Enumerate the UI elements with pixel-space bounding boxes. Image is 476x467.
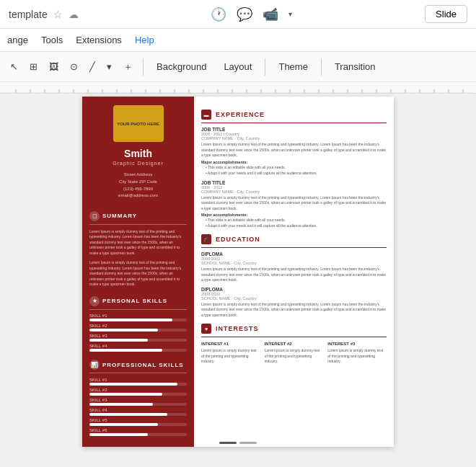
toolbar-separator-2 bbox=[265, 58, 265, 76]
job-entry-1: JOB TITLE 2006 - 2012 | Country COMPANY … bbox=[201, 127, 387, 176]
svg-rect-0 bbox=[1, 82, 475, 94]
menu-tools[interactable]: Tools bbox=[41, 35, 63, 45]
menu-bar: ange Tools Extensions Help bbox=[0, 29, 476, 52]
toolbar: ↖ ⊞ 🖼 ⊙ ╱ ▾ ＋ Background Layout Theme Tr… bbox=[0, 52, 476, 82]
pro-skills-title: PROFESSIONAL SKILLS bbox=[102, 362, 184, 368]
interests-grid: INTEREST #1 Lorem ipsum is simply dummy … bbox=[201, 341, 387, 365]
pro-skills-divider bbox=[89, 373, 187, 373]
interests-icon: ♥ bbox=[201, 324, 211, 334]
interest-title-2: INTEREST #2 bbox=[265, 341, 324, 347]
interest-1: INTEREST #1 Lorem ipsum is simply dummy … bbox=[201, 341, 260, 365]
interests-header: ♥ INTERESTS bbox=[201, 324, 387, 334]
template-title: template bbox=[9, 9, 48, 20]
experience-divider bbox=[201, 123, 387, 123]
line-icon: ╱ bbox=[89, 61, 95, 72]
interest-3: INTEREST #3 Lorem ipsum is simply dummy … bbox=[327, 341, 387, 365]
background-button[interactable]: Background bbox=[149, 58, 213, 75]
menu-ange[interactable]: ange bbox=[7, 35, 28, 45]
transition-button[interactable]: Transition bbox=[327, 58, 383, 75]
school-2: SCHOOL NAME - City, Country bbox=[201, 296, 387, 301]
slide-wrapper[interactable]: YOUR PHOTO HERE Smith Graphic Designer S… bbox=[82, 97, 394, 447]
menu-extensions[interactable]: Extensions bbox=[76, 35, 122, 45]
summary-text-1: Lorem Ipsum is simply dummy text of the … bbox=[89, 229, 187, 257]
interests-divider bbox=[201, 337, 387, 337]
history-icon[interactable]: 🕐 bbox=[211, 6, 226, 22]
pagination bbox=[219, 442, 257, 444]
page-dot-1[interactable] bbox=[219, 442, 237, 444]
bullet-1-1: • This slide is an editable slide with a… bbox=[201, 164, 387, 170]
experience-title: EXPERIENCE bbox=[216, 111, 265, 118]
ruler-horizontal: // drawn inline below bbox=[0, 82, 476, 94]
cursor-tool[interactable]: ↖ bbox=[6, 58, 22, 75]
line-tool[interactable]: ╱ bbox=[85, 58, 100, 75]
theme-button[interactable]: Theme bbox=[271, 58, 314, 75]
skill-row: SKILL #3 bbox=[89, 334, 187, 342]
toolbar-separator-1 bbox=[143, 58, 144, 76]
interest-title-1: INTEREST #1 bbox=[201, 341, 260, 347]
video-icon[interactable]: 📹 bbox=[263, 6, 278, 22]
contact-city: City State ZIP Code bbox=[118, 179, 158, 186]
photo-text: YOUR PHOTO HERE bbox=[115, 120, 161, 128]
personal-skills-divider bbox=[89, 309, 187, 310]
cursor-icon: ↖ bbox=[10, 61, 18, 72]
photo-placeholder: YOUR PHOTO HERE bbox=[113, 105, 164, 142]
select-icon: ⊞ bbox=[30, 61, 38, 72]
interest-text-3: Lorem ipsum is simply dummy text of the … bbox=[327, 348, 387, 365]
top-bar-right: Slide bbox=[425, 5, 467, 23]
personal-skills-title: PERSONAL SKILLS bbox=[102, 298, 167, 304]
company-2: COMPANY NAME - City, Country bbox=[201, 190, 387, 194]
summary-divider bbox=[89, 224, 187, 225]
job-title-2: JOB TITLE bbox=[201, 180, 387, 185]
contact-phone: (123) 456-7890 bbox=[118, 186, 158, 193]
top-bar-left: template ☆ ☁ bbox=[9, 9, 79, 20]
skill-row: SKILL #1 bbox=[89, 378, 187, 386]
page-dot-2[interactable] bbox=[239, 442, 257, 444]
bullet-2-1: • This slide is an editable slide with a… bbox=[201, 217, 387, 223]
summary-title: SUMMARY bbox=[102, 213, 137, 219]
pro-skills-icon: 📊 bbox=[89, 360, 100, 370]
personal-skills-list: SKILL #1 SKILL #2 SKILL #3 SKILL #4 bbox=[89, 313, 187, 354]
top-bar: template ☆ ☁ 🕐 💬 📹 ▾ Slide bbox=[0, 0, 476, 29]
slide-button[interactable]: Slide bbox=[425, 5, 467, 23]
personal-skills-header: ★ PERSONAL SKILLS bbox=[89, 296, 187, 306]
education-divider bbox=[201, 247, 387, 248]
menu-help[interactable]: Help bbox=[135, 35, 154, 45]
star-icon[interactable]: ☆ bbox=[53, 9, 63, 20]
interest-2: INTEREST #2 Lorem ipsum is simply dummy … bbox=[265, 341, 324, 365]
edu-desc-2: Lorem Ipsum is simply dummy text of the … bbox=[201, 302, 387, 319]
select-tool[interactable]: ⊞ bbox=[25, 58, 42, 75]
summary-section-header: ◻ SUMMARY bbox=[89, 211, 187, 221]
skill-row: SKILL #2 bbox=[89, 388, 187, 396]
pro-skills-list: SKILL #1 SKILL #2 SKILL #3 SKILL #4 bbox=[89, 378, 187, 438]
video-dropdown[interactable]: ▾ bbox=[288, 10, 292, 18]
skill-row: SKILL #1 bbox=[89, 313, 187, 321]
image-icon: 🖼 bbox=[49, 61, 58, 72]
canvas-area: // drawn inline below bbox=[0, 82, 476, 467]
edu-desc-1: Lorem Ipsum is simply dummy text of the … bbox=[201, 267, 387, 283]
personal-skills-icon: ★ bbox=[89, 296, 100, 306]
shape-icon: ＋ bbox=[123, 61, 133, 74]
skill-row: SKILL #3 bbox=[89, 398, 187, 406]
layout-button[interactable]: Layout bbox=[216, 58, 259, 75]
contact-email: email@address.com bbox=[118, 192, 158, 200]
experience-header: ▬ EXPERIENCE bbox=[201, 110, 387, 120]
skill-row: SKILL #4 bbox=[89, 408, 187, 416]
link-tool[interactable]: ⊙ bbox=[66, 58, 82, 75]
skill-row: SKILL #6 bbox=[89, 428, 187, 436]
school-1: SCHOOL NAME - City, Country bbox=[201, 261, 387, 265]
right-panel: ▬ EXPERIENCE JOB TITLE 2006 - 2012 | Cou… bbox=[194, 97, 394, 447]
resume-slide: YOUR PHOTO HERE Smith Graphic Designer S… bbox=[82, 97, 394, 447]
line-dropdown[interactable]: ▾ bbox=[102, 58, 116, 75]
education-title: EDUCATION bbox=[216, 236, 260, 243]
interest-text-1: Lorem ipsum is simply dummy text of the … bbox=[201, 348, 260, 365]
image-tool[interactable]: 🖼 bbox=[45, 58, 63, 75]
shape-tool[interactable]: ＋ bbox=[119, 58, 137, 76]
bullet-1-2: • Adapt it with your needs and it will c… bbox=[201, 170, 387, 176]
cloud-icon[interactable]: ☁ bbox=[69, 9, 79, 20]
contact-address: Street Address bbox=[118, 172, 158, 179]
interest-title-3: INTEREST #3 bbox=[327, 341, 387, 347]
comment-icon[interactable]: 💬 bbox=[237, 6, 252, 22]
pro-skills-header: 📊 PROFESSIONAL SKILLS bbox=[89, 360, 187, 370]
education-header: 🎓 EDUCATION bbox=[201, 234, 387, 244]
job-entry-2: JOB TITLE 2006 - 2012 COMPANY NAME - Cit… bbox=[201, 180, 387, 229]
